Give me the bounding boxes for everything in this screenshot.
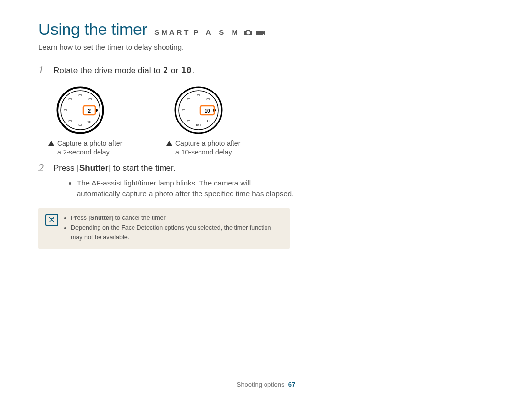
detail-item: The AF-assist light/timer lamp blinks. T… [77,178,295,199]
step-2-details: The AF-assist light/timer lamp blinks. T… [57,178,295,199]
svg-text:▭: ▭ [88,97,92,101]
svg-text:▭: ▭ [206,97,210,101]
svg-text:2: 2 [88,108,91,114]
camera-icon [244,29,253,36]
dial-image: ▭ ▭ ▭ ▭ ▭ BKT C 10 [166,86,231,135]
note-list: Press [Shutter] to cancel the timer. Dep… [64,214,282,242]
svg-text:▭: ▭ [182,108,186,112]
footer-section: Shooting options [237,381,285,388]
svg-text:▭: ▭ [64,108,67,112]
mode-badges: SMART P A S M [154,28,266,36]
svg-text:▭: ▭ [187,97,191,101]
dial-10sec: ▭ ▭ ▭ ▭ ▭ BKT C 10 [166,86,255,157]
timer-2-glyph: 2 [163,64,168,78]
svg-text:10: 10 [204,108,210,114]
note-item: Depending on the Face Detection options … [71,223,282,241]
dial-caption-2s: Capture a photo after a 2-second delay. [48,139,137,157]
timer-10-glyph: 10 [181,64,192,78]
mode-smart: SMART [154,28,190,36]
dial-caption-10s: Capture a photo after a 10-second delay. [166,139,255,157]
note-icon [45,214,58,226]
content-column: 1 Rotate the drive mode dial to 2 or 10. [38,64,295,249]
manual-page: Using the timer SMART P A S M Learn how … [0,0,532,401]
svg-text:▭: ▭ [197,93,200,97]
svg-text:10: 10 [87,120,91,123]
drive-mode-dials: ▭ ▭ ▭ ▭ ▭ ▭ 10 [48,86,295,157]
up-triangle-icon [48,141,54,146]
movie-icon [256,29,266,36]
footer-page-number: 67 [288,381,295,388]
page-subtitle: Learn how to set the timer to delay shoo… [38,43,494,51]
step-text: Rotate the drive mode dial to 2 or 10. [53,64,194,78]
note-item: Press [Shutter] to cancel the timer. [71,214,282,222]
svg-text:▭: ▭ [78,93,82,97]
step-number: 2 [38,162,47,175]
svg-text:▭: ▭ [187,119,191,123]
svg-text:▭: ▭ [68,97,72,101]
page-title: Using the timer [38,20,147,39]
dial-2sec: ▭ ▭ ▭ ▭ ▭ ▭ 10 [48,86,137,157]
step-number: 1 [38,64,47,78]
step-1: 1 Rotate the drive mode dial to 2 or 10. [38,64,295,78]
svg-text:C: C [207,119,209,123]
svg-text:▭: ▭ [78,123,82,127]
mode-pasm: P A S M [193,28,240,36]
svg-text:▭: ▭ [68,119,72,123]
svg-text:BKT: BKT [196,123,201,126]
page-footer: Shooting options 67 [0,381,532,388]
dial-image: ▭ ▭ ▭ ▭ ▭ ▭ 10 [48,86,112,135]
title-row: Using the timer SMART P A S M [38,20,494,39]
step-text: Press [Shutter] to start the timer. [53,162,175,175]
up-triangle-icon [166,141,172,146]
step-2: 2 Press [Shutter] to start the timer. [38,162,295,175]
note-box: Press [Shutter] to cancel the timer. Dep… [38,208,290,249]
